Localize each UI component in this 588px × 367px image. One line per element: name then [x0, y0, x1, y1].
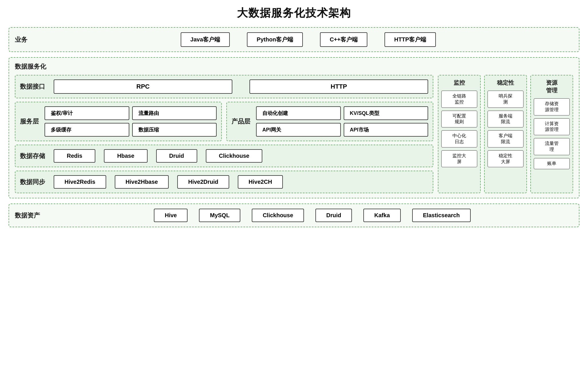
client-box: HTTP客户端: [384, 32, 436, 47]
resource-panel: 资源管理 存储资 源管理计算资 源管理流量管 理账单: [530, 75, 573, 193]
monitor-item: 监控大 屏: [441, 150, 477, 167]
data-service-section: 数据服务化 数据接口 RPCHTTP 服务层 鉴权: [9, 57, 579, 198]
product-grid: 自动化创建KV/SQL类型API网关API市场: [256, 106, 428, 137]
service-product-row: 服务层 鉴权/审计流量路由多级缓存数据压缩 产品层 自动化创建KV/SQL类型A…: [15, 102, 433, 141]
data-storage-label: 数据存储: [20, 152, 45, 160]
monitor-item: 全链路 监控: [441, 91, 477, 108]
resource-item: 计算资 源管理: [534, 118, 570, 135]
data-interface-label: 数据接口: [20, 82, 45, 91]
page-title: 大数据服务化技术架构: [9, 6, 579, 20]
business-label: 业务: [15, 35, 32, 44]
resource-title: 资源管理: [546, 79, 557, 94]
stability-panel: 稳定性 哨兵探 测服务端 限流客户端 限流稳定性 大屏: [484, 75, 527, 193]
product-item: API市场: [344, 123, 428, 137]
data-storage-section: 数据存储 RedisHbaseDruidClickhouse: [15, 145, 433, 167]
asset-box: Kafka: [363, 209, 400, 222]
service-item: 鉴权/审计: [45, 106, 129, 120]
storage-box: Druid: [156, 149, 197, 163]
asset-box: Clickhouse: [252, 209, 304, 222]
sync-box: Hive2Redis: [54, 175, 106, 189]
product-layer-section: 产品层 自动化创建KV/SQL类型API网关API市场: [226, 102, 433, 141]
sync-boxes: Hive2RedisHive2HbaseHive2DruidHive2CH: [54, 175, 428, 189]
monitor-item: 中心化 日志: [441, 130, 477, 147]
service-item: 多级缓存: [45, 123, 129, 137]
asset-box: Elasticsearch: [412, 209, 471, 222]
sync-box: Hive2CH: [238, 175, 283, 189]
resource-item: 流量管 理: [534, 138, 570, 155]
product-item: 自动化创建: [256, 106, 341, 120]
service-item: 流量路由: [132, 106, 217, 120]
monitor-title: 监控: [454, 79, 465, 87]
left-main: 数据接口 RPCHTTP 服务层 鉴权/审计流量路由多级缓存数据压缩 产: [15, 75, 433, 193]
stability-item: 客户端 限流: [488, 130, 523, 147]
asset-box: MySQL: [199, 209, 240, 222]
product-layer-label: 产品层: [231, 117, 251, 126]
client-box: Python客户端: [247, 32, 303, 47]
business-section: 业务 Java客户端Python客户端C++客户端HTTP客户端: [9, 27, 579, 52]
storage-box: Clickhouse: [206, 149, 263, 163]
resource-item: 存储资 源管理: [534, 98, 570, 115]
resource-item: 账单: [534, 158, 570, 169]
service-item: 数据压缩: [132, 123, 217, 137]
storage-box: Redis: [54, 149, 95, 163]
stability-item: 稳定性 大屏: [488, 150, 523, 167]
monitor-panel: 监控 全链路 监控可配置 规则中心化 日志监控大 屏: [438, 75, 481, 193]
right-panels: 监控 全链路 监控可配置 规则中心化 日志监控大 屏 稳定性 哨兵探 测服务端 …: [438, 75, 573, 193]
service-grid: 鉴权/审计流量路由多级缓存数据压缩: [45, 106, 217, 137]
product-item: API网关: [256, 123, 341, 137]
storage-box: Hbase: [104, 149, 147, 163]
client-box: C++客户端: [320, 32, 367, 47]
interface-box: RPC: [54, 79, 232, 94]
sync-box: Hive2Hbase: [115, 175, 169, 189]
assets-boxes: HiveMySQLClickhouseDruidKafkaElasticsear…: [51, 209, 573, 222]
storage-boxes: RedisHbaseDruidClickhouse: [54, 149, 428, 163]
stability-item: 服务端 限流: [488, 111, 523, 128]
data-assets-section: 数据资产 HiveMySQLClickhouseDruidKafkaElasti…: [9, 204, 579, 227]
data-service-label: 数据服务化: [15, 62, 573, 71]
product-item: KV/SQL类型: [344, 106, 428, 120]
client-box: Java客户端: [181, 32, 230, 47]
sync-box: Hive2Druid: [177, 175, 229, 189]
client-boxes: Java客户端Python客户端C++客户端HTTP客户端: [43, 32, 573, 47]
data-interface-section: 数据接口 RPCHTTP: [15, 75, 433, 98]
data-assets-label: 数据资产: [15, 211, 40, 220]
monitor-item: 可配置 规则: [441, 111, 477, 128]
stability-title: 稳定性: [497, 79, 514, 87]
service-layer-section: 服务层 鉴权/审计流量路由多级缓存数据压缩: [15, 102, 222, 141]
data-sync-label: 数据同步: [20, 178, 45, 186]
asset-box: Hive: [154, 209, 188, 222]
interface-boxes: RPCHTTP: [54, 79, 428, 94]
asset-box: Druid: [315, 209, 352, 222]
service-layer-label: 服务层: [20, 117, 40, 126]
data-sync-section: 数据同步 Hive2RedisHive2HbaseHive2DruidHive2…: [15, 171, 433, 193]
interface-box: HTTP: [249, 79, 428, 94]
stability-item: 哨兵探 测: [488, 91, 523, 108]
